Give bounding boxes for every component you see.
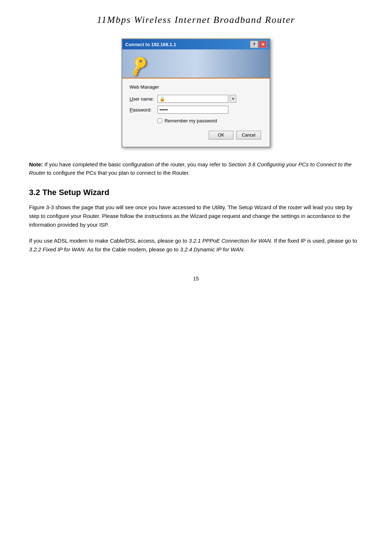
remember-label: Remember my password bbox=[164, 118, 217, 123]
key-icon: 🔑 bbox=[127, 54, 151, 78]
username-input[interactable] bbox=[158, 95, 228, 103]
note-text2: to configure the PCs that you plan to co… bbox=[45, 170, 190, 176]
dialog-banner: 🔑 bbox=[122, 49, 270, 78]
section-title: The Setup Wizard bbox=[42, 188, 109, 197]
username-underline: U bbox=[130, 96, 133, 102]
p2-part2: . If the fixed IP is used, please go to bbox=[271, 238, 357, 244]
note-bold: Note: bbox=[29, 161, 43, 167]
page-number: 15 bbox=[29, 276, 363, 281]
cancel-button[interactable]: Cancel bbox=[236, 131, 261, 139]
username-label: User name: bbox=[130, 96, 154, 102]
section-number: 3.2 bbox=[29, 188, 40, 197]
username-input-wrap: ▼ bbox=[158, 95, 262, 103]
p2-italic3: 3.2.4 Dynamic IP for WAN bbox=[180, 246, 243, 252]
dialog-buttons: OK Cancel bbox=[130, 131, 262, 139]
help-button[interactable]: ? bbox=[250, 41, 258, 48]
section-heading: 3.2 The Setup Wizard bbox=[29, 188, 363, 197]
remember-row: Remember my password bbox=[158, 118, 262, 123]
dialog-body: Web Manager User name: ▼ Password: bbox=[122, 78, 270, 147]
password-input-wrap bbox=[158, 106, 262, 114]
remember-checkbox[interactable] bbox=[158, 118, 162, 123]
body-paragraph-2: If you use ADSL modem to make Cable/DSL … bbox=[29, 236, 363, 254]
page-header: 11Mbps Wireless Internet Broadband Route… bbox=[29, 15, 363, 25]
password-underline: P bbox=[130, 107, 133, 113]
dialog-wrapper: Connect to 192.168.1.1 ? ✕ 🔑 Web Manager… bbox=[29, 39, 363, 147]
password-label: Password: bbox=[130, 107, 154, 113]
login-dialog: Connect to 192.168.1.1 ? ✕ 🔑 Web Manager… bbox=[122, 39, 270, 147]
dialog-form: User name: ▼ Password: Remember my passw… bbox=[130, 95, 262, 123]
password-input[interactable] bbox=[158, 106, 228, 114]
p2-part1: If you use ADSL modem to make Cable/DSL … bbox=[29, 238, 189, 244]
note-paragraph: Note: If you have completed the basic co… bbox=[29, 161, 363, 177]
dialog-titlebar: Connect to 192.168.1.1 ? ✕ bbox=[122, 39, 270, 49]
p2-italic1: 3.2.1 PPPoE Connection for WAN bbox=[189, 238, 271, 244]
p2-part4: . bbox=[243, 246, 245, 252]
site-label: Web Manager bbox=[130, 84, 262, 90]
titlebar-buttons: ? ✕ bbox=[250, 41, 267, 48]
page-title: 11Mbps Wireless Internet Broadband Route… bbox=[29, 15, 363, 25]
p2-part3: . As for the Cable modem, please go to bbox=[85, 246, 180, 252]
close-button[interactable]: ✕ bbox=[259, 41, 267, 48]
ok-button[interactable]: OK bbox=[209, 131, 233, 139]
p2-italic2: 3.2.2 Fixed IP for WAN bbox=[29, 246, 85, 252]
body-paragraph-1: Figure 3-3 shows the page that you will … bbox=[29, 203, 363, 229]
note-text1: If you have completed the basic configur… bbox=[43, 161, 228, 167]
dialog-title: Connect to 192.168.1.1 bbox=[125, 42, 176, 47]
username-dropdown[interactable]: ▼ bbox=[230, 95, 236, 103]
